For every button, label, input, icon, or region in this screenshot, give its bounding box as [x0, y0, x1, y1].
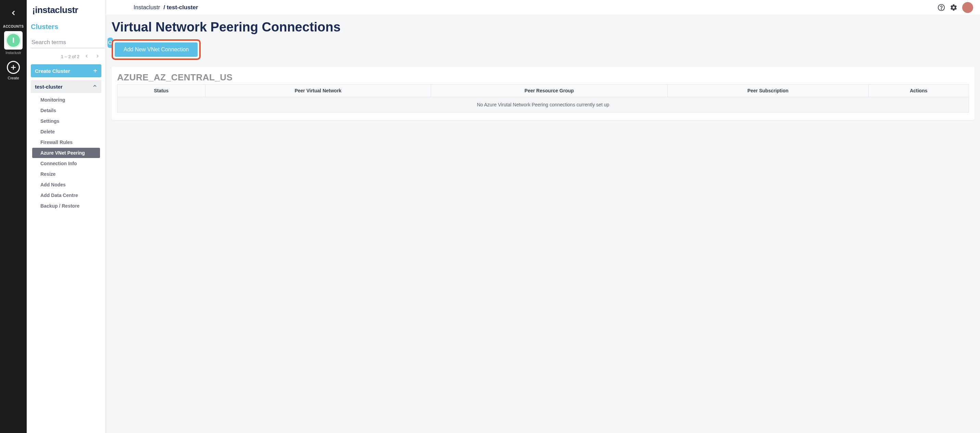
account-avatar: I	[5, 32, 21, 48]
main: Instaclustr / test-cluster Virtual Netwo…	[106, 0, 980, 433]
region-card: AZURE_AZ_CENTRAL_US StatusPeer Virtual N…	[111, 67, 975, 120]
sidebar-nav-item[interactable]: Firewall Rules	[32, 137, 100, 148]
page-title: Virtual Network Peering Connections	[111, 20, 975, 35]
pager: 1 – 2 of 2	[31, 53, 101, 60]
peering-table: StatusPeer Virtual NetworkPeer Resource …	[117, 84, 969, 113]
content: Virtual Network Peering Connections Add …	[106, 15, 980, 433]
back-button[interactable]	[0, 3, 27, 22]
pager-prev[interactable]	[83, 53, 91, 60]
sidebar-nav-item[interactable]: Settings	[32, 116, 100, 126]
account-tile[interactable]: I	[4, 31, 22, 49]
account-rail: ACCOUNTS I Instaclustr Create	[0, 0, 27, 433]
sidebar-nav-item[interactable]: Details	[32, 105, 100, 116]
accounts-section-label: ACCOUNTS	[3, 25, 24, 29]
table-column-header: Actions	[869, 84, 969, 97]
table-column-header: Peer Virtual Network	[205, 84, 431, 97]
plus-circle-icon	[7, 61, 20, 74]
sidebar-nav-item[interactable]: Connection Info	[32, 159, 100, 169]
sidebar-nav-item[interactable]: Backup / Restore	[32, 201, 100, 211]
table-empty-row: No Azure Virutal Network Peering connect…	[118, 97, 969, 113]
search-row	[31, 37, 101, 48]
cluster-expand-toggle[interactable]: test-cluster	[31, 80, 101, 93]
table-column-header: Peer Resource Group	[431, 84, 668, 97]
brand-logo[interactable]: ¡instaclustr	[31, 5, 101, 15]
svg-point-5	[941, 9, 941, 9]
region-heading: AZURE_AZ_CENTRAL_US	[117, 72, 969, 83]
table-header-row: StatusPeer Virtual NetworkPeer Resource …	[118, 84, 969, 97]
sidebar-nav-item[interactable]: Monitoring	[32, 95, 100, 105]
help-button[interactable]	[937, 4, 945, 11]
table-column-header: Status	[118, 84, 205, 97]
sidebar: ¡instaclustr Clusters 1 – 2 of 2 Create …	[27, 0, 106, 433]
user-avatar[interactable]	[962, 2, 973, 13]
create-cluster-button[interactable]: Create Cluster +	[31, 64, 101, 77]
rail-create-button[interactable]: Create	[7, 61, 20, 80]
pager-text: 1 – 2 of 2	[61, 54, 80, 59]
cluster-nav: MonitoringDetailsSettingsDeleteFirewall …	[31, 94, 101, 211]
settings-button[interactable]	[950, 4, 958, 11]
chevron-up-icon	[92, 84, 97, 90]
table-empty-message: No Azure Virutal Network Peering connect…	[118, 97, 969, 113]
gear-icon	[950, 4, 958, 11]
breadcrumb-brand[interactable]: Instaclustr	[134, 4, 160, 11]
topbar-right	[937, 2, 973, 13]
sidebar-nav-item[interactable]: Delete	[32, 127, 100, 137]
plus-icon: +	[93, 67, 97, 75]
chevron-left-icon	[10, 10, 17, 16]
breadcrumb: Instaclustr / test-cluster	[134, 4, 198, 11]
add-connection-highlight: Add New VNet Connection	[111, 39, 200, 60]
chevron-right-icon	[95, 54, 100, 59]
rail-create-label: Create	[8, 76, 19, 80]
sidebar-nav-item[interactable]: Azure VNet Peering	[32, 148, 100, 158]
sidebar-nav-item[interactable]: Resize	[32, 169, 100, 179]
account-initial: I	[12, 36, 14, 45]
table-column-header: Peer Subscription	[667, 84, 869, 97]
pager-next[interactable]	[94, 53, 101, 60]
sidebar-nav-item[interactable]: Add Data Centre	[32, 190, 100, 200]
add-vnet-connection-button[interactable]: Add New VNet Connection	[115, 43, 197, 57]
help-icon	[937, 4, 945, 11]
sidebar-title: Clusters	[31, 23, 101, 31]
chevron-left-icon	[84, 54, 89, 59]
account-name: Instaclustr	[5, 51, 21, 55]
topbar: Instaclustr / test-cluster	[106, 0, 980, 15]
search-input[interactable]	[31, 37, 105, 48]
breadcrumb-current: test-cluster	[167, 4, 198, 11]
create-cluster-label: Create Cluster	[35, 68, 70, 74]
sidebar-nav-item[interactable]: Add Nodes	[32, 179, 100, 190]
cluster-name: test-cluster	[35, 84, 63, 90]
